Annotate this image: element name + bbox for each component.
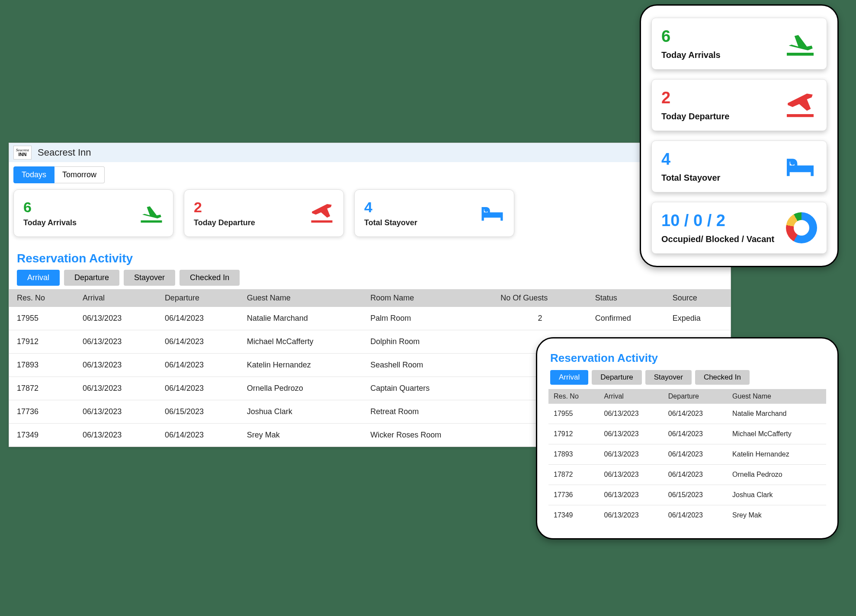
plane-landing-icon	[783, 30, 817, 57]
tab-arrival[interactable]: Arrival	[17, 270, 60, 286]
table-cell: Joshua Clark	[239, 400, 363, 424]
ov-value-occupancy: 10 / 0 / 2	[661, 211, 774, 230]
table-cell: 06/13/2023	[599, 505, 663, 526]
table-cell: 06/15/2023	[157, 400, 239, 424]
table-cell: Captain Quarters	[362, 377, 493, 400]
table-row[interactable]: 1791206/13/202306/14/2023Michael McCaffe…	[548, 424, 826, 444]
header-bar: Seacrest INN Seacrest Inn	[9, 143, 731, 162]
bed-icon	[480, 202, 504, 224]
ov-tab-stayover[interactable]: Stayover	[645, 370, 692, 385]
stat-card-stayover[interactable]: 4 Total Stayover	[354, 189, 514, 237]
tab-checked-in[interactable]: Checked In	[180, 270, 240, 286]
ov-tab-departure[interactable]: Departure	[592, 370, 642, 385]
app-title: Seacrest Inn	[38, 147, 91, 158]
table-cell: 06/13/2023	[75, 307, 157, 330]
bed-icon	[783, 153, 817, 180]
table-cell: Michael McCafferty	[239, 330, 363, 354]
table-cell: 06/14/2023	[663, 444, 727, 465]
table-cell: Wicker Roses Room	[362, 424, 493, 447]
ov-reservation-activity-title: Reservation Activity	[548, 350, 826, 370]
donut-chart-icon	[786, 212, 817, 243]
col-arrival: Arrival	[75, 289, 157, 307]
tab-departure[interactable]: Departure	[64, 270, 119, 286]
tab-tomorrow[interactable]: Tomorrow	[55, 166, 105, 183]
table-header-row: Res. No Arrival Departure Guest Name	[548, 389, 826, 404]
table-cell: 06/15/2023	[663, 485, 727, 505]
table-cell: 17349	[9, 424, 75, 447]
table-cell: 06/14/2023	[157, 377, 239, 400]
stat-label-stayover: Total Stayover	[364, 218, 417, 227]
ov-col-arrival: Arrival	[599, 389, 663, 404]
table-row[interactable]: 1787206/13/202306/14/2023Ornella Pedrozo	[548, 465, 826, 485]
stat-label-arrivals: Today Arrivals	[23, 218, 77, 227]
table-cell: Michael McCafferty	[727, 424, 826, 444]
table-cell: 06/13/2023	[599, 465, 663, 485]
plane-takeoff-icon	[310, 202, 334, 224]
svg-point-1	[790, 160, 795, 165]
table-cell: Natalie Marchand	[727, 404, 826, 424]
table-cell: 06/13/2023	[599, 404, 663, 424]
ov-value-arrivals: 6	[661, 27, 721, 46]
ov-label-occupancy: Occupied/ Blocked / Vacant	[661, 234, 774, 244]
table-cell: 06/13/2023	[599, 444, 663, 465]
svg-point-0	[484, 208, 488, 212]
table-cell: Srey Mak	[727, 505, 826, 526]
table-cell: 06/14/2023	[663, 505, 727, 526]
ov-col-guest-name: Guest Name	[727, 389, 826, 404]
col-guest-name: Guest Name	[239, 289, 363, 307]
ov-reservations-table: Res. No Arrival Departure Guest Name 179…	[548, 389, 826, 525]
table-cell: Seashell Room	[362, 354, 493, 377]
col-res-no: Res. No	[9, 289, 75, 307]
table-cell: Palm Room	[362, 307, 493, 330]
ov-activity-tabs: Arrival Departure Stayover Checked In	[548, 370, 826, 389]
table-cell: Dolphin Room	[362, 330, 493, 354]
table-header-row: Res. No Arrival Departure Guest Name Roo…	[9, 289, 731, 307]
stat-value-departures: 2	[194, 199, 255, 216]
ov-label-stayover: Total Stayover	[661, 173, 720, 183]
table-cell: 17955	[548, 404, 599, 424]
table-cell: 17912	[9, 330, 75, 354]
col-room-name: Room Name	[362, 289, 493, 307]
ov-tab-arrival[interactable]: Arrival	[550, 370, 588, 385]
table-row[interactable]: 1773606/13/202306/15/2023Joshua Clark	[548, 485, 826, 505]
table-cell: 17736	[9, 400, 75, 424]
table-cell: 17955	[9, 307, 75, 330]
table-cell: 17349	[548, 505, 599, 526]
table-row[interactable]: 1795506/13/202306/14/2023Natalie Marchan…	[548, 404, 826, 424]
table-cell: Katelin Hernandez	[239, 354, 363, 377]
table-cell: Confirmed	[587, 307, 665, 330]
app-logo: Seacrest INN	[13, 146, 32, 160]
stats-row: 6 Today Arrivals 2 Today Departure 4 Tot…	[9, 183, 731, 246]
ov-tab-checked-in[interactable]: Checked In	[695, 370, 750, 385]
stat-card-arrivals[interactable]: 6 Today Arrivals	[13, 189, 173, 237]
table-cell: 06/13/2023	[75, 377, 157, 400]
table-cell: Retreat Room	[362, 400, 493, 424]
ov-card-departures[interactable]: 2 Today Departure	[651, 79, 827, 131]
table-cell: Joshua Clark	[727, 485, 826, 505]
table-cell: 06/14/2023	[663, 424, 727, 444]
table-cell: 17736	[548, 485, 599, 505]
stat-card-departures[interactable]: 2 Today Departure	[184, 189, 344, 237]
table-cell: 06/13/2023	[75, 424, 157, 447]
table-row[interactable]: 1734906/13/202306/14/2023Srey Mak	[548, 505, 826, 526]
col-no-guests: No Of Guests	[493, 289, 587, 307]
overlay-activity-panel: Reservation Activity Arrival Departure S…	[536, 337, 839, 539]
table-cell: 06/13/2023	[75, 330, 157, 354]
table-row[interactable]: 1789306/13/202306/14/2023Katelin Hernand…	[548, 444, 826, 465]
tab-todays[interactable]: Todays	[13, 166, 55, 183]
ov-card-arrivals[interactable]: 6 Today Arrivals	[651, 18, 827, 70]
tab-stayover[interactable]: Stayover	[124, 270, 175, 286]
table-cell: 17893	[9, 354, 75, 377]
table-cell: Srey Mak	[239, 424, 363, 447]
table-row[interactable]: 1795506/13/202306/14/2023Natalie Marchan…	[9, 307, 731, 330]
ov-value-departures: 2	[661, 89, 729, 107]
ov-label-departures: Today Departure	[661, 112, 729, 121]
ov-card-stayover[interactable]: 4 Total Stayover	[651, 140, 827, 192]
table-cell: Ornella Pedrozo	[239, 377, 363, 400]
activity-tabs: Arrival Departure Stayover Checked In	[9, 270, 731, 289]
table-cell: Natalie Marchand	[239, 307, 363, 330]
col-status: Status	[587, 289, 665, 307]
table-cell: 06/14/2023	[157, 307, 239, 330]
table-cell: 06/13/2023	[599, 485, 663, 505]
ov-card-occupancy[interactable]: 10 / 0 / 2 Occupied/ Blocked / Vacant	[651, 202, 827, 254]
